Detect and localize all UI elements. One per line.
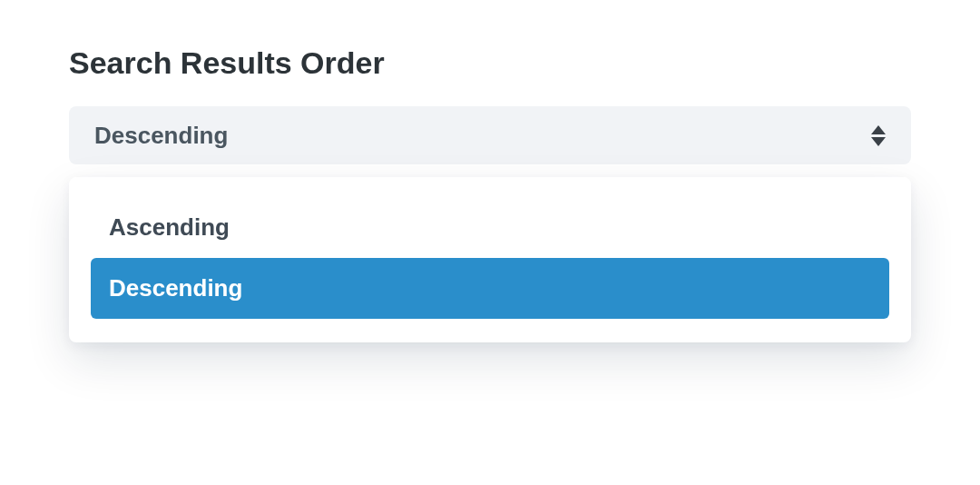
section-title: Search Results Order [69, 45, 911, 81]
dropdown-option-ascending[interactable]: Ascending [91, 197, 889, 258]
dropdown-option-descending[interactable]: Descending [91, 258, 889, 319]
sort-icon [871, 125, 886, 146]
select-value: Descending [94, 122, 228, 150]
sort-order-select[interactable]: Descending [69, 106, 911, 164]
sort-order-dropdown: Ascending Descending [69, 177, 911, 342]
